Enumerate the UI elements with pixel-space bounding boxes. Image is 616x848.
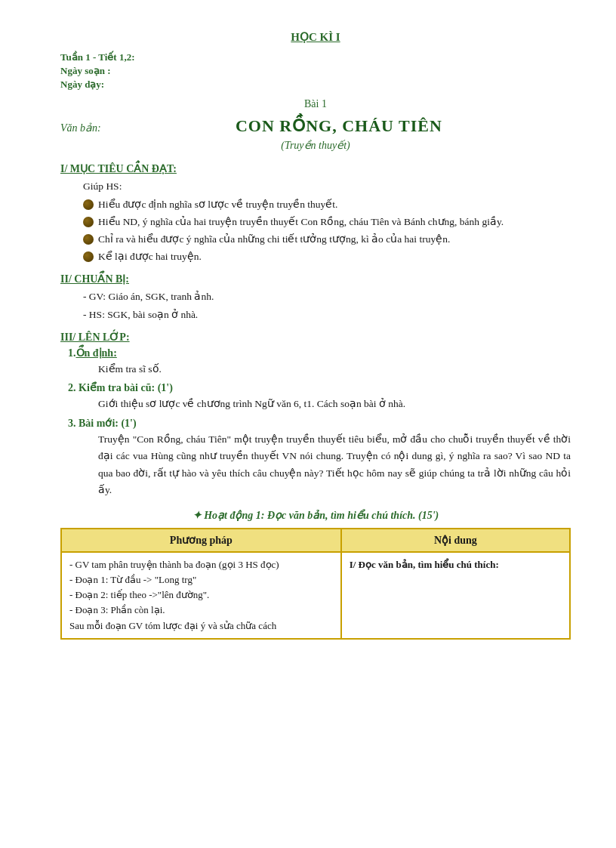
van-ban-label: Văn bản: <box>60 122 101 134</box>
main-title: CON RỒNG, CHÁU TIÊN <box>107 116 571 136</box>
item1-content: Kiểm tra sĩ số. <box>98 361 571 378</box>
table-col1-header: Phương pháp <box>61 529 341 552</box>
table-col1-row1: - GV tam phân truyện thành ba đoạn (gọi … <box>69 557 333 572</box>
sub-title: (Truyền thuyết) <box>60 139 571 152</box>
item1-label: Ổn định: <box>76 347 117 359</box>
page: HỌC KÌ I Tuần 1 - Tiết 1,2: Ngày soạn : … <box>0 0 616 848</box>
table-col1-row4: - Đoạn 3: Phần còn lại. <box>69 603 333 618</box>
van-ban-row: Văn bản: CON RỒNG, CHÁU TIÊN <box>60 116 571 136</box>
item3-label: 3. Bài mới: (1') <box>68 417 137 430</box>
table-col1-row3: - Đoạn 2: tiếp theo ->"lên đường". <box>69 587 333 603</box>
section2-item1: - GV: Giáo án, SGK, tranh ảnh. <box>83 288 571 305</box>
bullet-text-4: Kể lại được hai truyện. <box>98 249 202 264</box>
activity-heading: ✦ Hoạt động 1: Đọc văn bản, tìm hiểu chú… <box>60 509 571 522</box>
ngay-soan-label: Ngày soạn : <box>60 65 571 77</box>
table-col2-header: Nội dung <box>341 529 570 552</box>
doc-title: HỌC KÌ I <box>291 31 340 43</box>
table-row-1: - GV tam phân truyện thành ba đoạn (gọi … <box>61 552 570 639</box>
bullet-icon-4 <box>83 251 94 262</box>
bullet-icon-3 <box>83 234 94 245</box>
giup-hs: Giúp HS: <box>83 178 571 195</box>
table-cell-col1-content: - GV tam phân truyện thành ba đoạn (gọi … <box>61 552 341 639</box>
section2-heading: II/ CHUẨN BỊ: <box>60 273 571 285</box>
bullet-text-2: Hiểu ND, ý nghĩa của hai truyện truyền t… <box>98 214 504 230</box>
item1-prefix: 1. <box>68 347 76 359</box>
item2-label: 2. Kiểm tra bài cũ: (1') <box>68 381 173 394</box>
table-col1-row5: Sau mỗi đoạn GV tóm lược đại ý và sửa ch… <box>69 618 333 634</box>
bullet-icon-2 <box>83 217 94 227</box>
bai-label: Bài 1 <box>60 98 571 110</box>
section2-item2: - HS: SGK, bài soạn ở nhà. <box>83 307 571 323</box>
content-table: Phương pháp Nội dung - GV tam phân truyệ… <box>60 528 571 640</box>
table-col1-row2: - Đoạn 1: Từ đầu -> "Long trg" <box>69 572 333 587</box>
bullet-item-3: Chỉ ra và hiểu được ý nghĩa của những ch… <box>83 232 571 247</box>
item3-content: Truyện "Con Rồng, cháu Tiên" một truyện … <box>98 431 571 498</box>
section3-heading: III/ LÊN LỚP: <box>60 331 571 344</box>
bullet-text-3: Chỉ ra và hiểu được ý nghĩa của những ch… <box>98 232 450 247</box>
section1-bullets: Hiểu được định nghĩa sơ lược về truyện t… <box>83 197 571 265</box>
bullet-icon-1 <box>83 199 94 210</box>
bullet-text-1: Hiểu được định nghĩa sơ lược về truyện t… <box>98 197 337 212</box>
bullet-item-4: Kể lại được hai truyện. <box>83 249 571 264</box>
bullet-item-2: Hiểu ND, ý nghĩa của hai truyện truyền t… <box>83 214 571 230</box>
section1-heading: I/ MỤC TIÊU CẦN ĐẠT: <box>60 162 571 175</box>
table-cell-col2-content: I/ Đọc văn bản, tìm hiểu chú thích: <box>341 552 570 639</box>
bullet-item-1: Hiểu được định nghĩa sơ lược về truyện t… <box>83 197 571 212</box>
ngay-day-label: Ngày dạy: <box>60 79 571 91</box>
item2-content: Giới thiệu sơ lược về chương trình Ngữ v… <box>98 396 571 412</box>
tuan-label: Tuần 1 - Tiết 1,2: <box>60 51 571 63</box>
table-col2-title: I/ Đọc văn bản, tìm hiểu chú thích: <box>350 557 562 572</box>
